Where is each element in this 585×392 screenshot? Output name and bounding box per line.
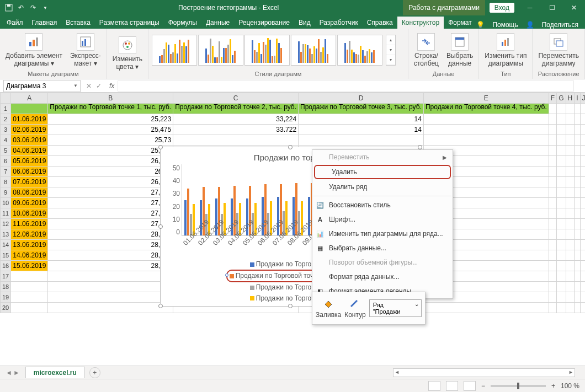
tell-me-icon[interactable]: 💡: [476, 21, 485, 29]
row-header[interactable]: 12: [1, 219, 11, 229]
context-menu-item: Поворот объемной фигуры...: [312, 255, 453, 270]
column-header[interactable]: B: [48, 93, 173, 104]
row-header[interactable]: 7: [1, 167, 11, 177]
share-icon[interactable]: 👤: [526, 21, 534, 29]
cancel-icon: ✕: [86, 82, 92, 90]
sheet-tab[interactable]: microexcel.ru: [25, 367, 85, 378]
context-menu-item[interactable]: 🔄Восстановить стиль: [312, 198, 453, 212]
row-header[interactable]: 6: [1, 156, 11, 167]
zoom-out-button[interactable]: −: [481, 382, 485, 390]
chart-style-thumb[interactable]: [244, 35, 290, 66]
select-data-button[interactable]: Выбрать данные: [444, 32, 475, 69]
chart-styles-gallery[interactable]: [152, 35, 382, 66]
help-link[interactable]: Помощь: [492, 21, 518, 29]
row-header[interactable]: 8: [1, 177, 11, 187]
row-header[interactable]: 16: [1, 261, 11, 271]
tab-файл[interactable]: Файл: [2, 17, 28, 29]
undo-icon[interactable]: ↶: [17, 3, 25, 12]
formula-bar[interactable]: [118, 80, 574, 92]
context-menu-item[interactable]: Удалить ряд: [312, 180, 453, 194]
page-layout-view-button[interactable]: [446, 381, 458, 391]
close-icon[interactable]: ✕: [563, 0, 585, 15]
chart-style-thumb[interactable]: [152, 35, 197, 66]
move-chart-button[interactable]: Переместить диаграмму: [536, 32, 581, 69]
svg-rect-4: [36, 37, 38, 46]
gallery-more-button[interactable]: ▴▾▾: [386, 35, 396, 66]
context-menu-item[interactable]: ▦Выбрать данные...: [312, 241, 453, 255]
zoom-slider[interactable]: [491, 385, 546, 387]
column-header[interactable]: E: [423, 93, 549, 104]
row-header[interactable]: 1: [1, 104, 11, 114]
signin-button[interactable]: Вход: [490, 3, 514, 13]
page-break-view-button[interactable]: [464, 381, 476, 391]
series-dropdown[interactable]: Ряд "Продажи: [369, 299, 422, 317]
tab-формат[interactable]: Формат: [444, 17, 476, 29]
fx-icon[interactable]: fx: [106, 82, 118, 90]
worksheet-grid[interactable]: ABCDEFGHIJ1Продажи по Торговой точке 1, …: [0, 93, 585, 352]
add-chart-element-button[interactable]: Добавить элемент диаграммы ▾: [3, 32, 65, 69]
redo-icon[interactable]: ↷: [29, 3, 38, 12]
change-chart-type-button[interactable]: Изменить тип диаграммы: [482, 32, 529, 69]
sheet-nav-next-icon[interactable]: ►: [13, 369, 20, 377]
tab-разработчик[interactable]: Разработчик: [315, 17, 363, 29]
context-menu-item[interactable]: Удалить: [314, 165, 451, 179]
column-header[interactable]: J: [580, 93, 585, 104]
column-header[interactable]: G: [557, 93, 566, 104]
row-header[interactable]: 14: [1, 240, 11, 250]
save-icon[interactable]: [4, 3, 13, 12]
column-header[interactable]: D: [299, 93, 424, 104]
zoom-level[interactable]: 100 %: [561, 382, 579, 390]
context-menu-item[interactable]: Формат ряда данных...: [312, 270, 453, 284]
row-header[interactable]: 5: [1, 146, 11, 156]
tab-справка[interactable]: Справка: [363, 17, 397, 29]
row-header[interactable]: 20: [1, 303, 11, 313]
tab-рецензирование[interactable]: Рецензирование: [234, 17, 294, 29]
column-header[interactable]: F: [549, 93, 556, 104]
row-header[interactable]: 4: [1, 135, 11, 146]
tab-конструктор[interactable]: Конструктор: [397, 17, 444, 29]
row-header[interactable]: 10: [1, 198, 11, 208]
qat-dropdown-icon[interactable]: ▼: [41, 3, 50, 12]
tab-главная[interactable]: Главная: [28, 17, 62, 29]
row-header[interactable]: 9: [1, 187, 11, 198]
row-header[interactable]: 15: [1, 250, 11, 261]
row-header[interactable]: 17: [1, 271, 11, 282]
context-menu-item[interactable]: 📊Изменить тип диаграммы для ряда...: [312, 227, 453, 241]
sheet-nav-prev-icon[interactable]: ◄: [6, 369, 12, 377]
quick-layout-button[interactable]: Экспресс- макет ▾: [68, 32, 103, 69]
column-header[interactable]: H: [566, 93, 575, 104]
sheet-tab-bar: ◄► microexcel.ru +: [0, 366, 585, 379]
row-header[interactable]: 13: [1, 229, 11, 240]
add-sheet-button[interactable]: +: [89, 367, 100, 378]
share-link[interactable]: Поделиться: [542, 21, 578, 29]
tab-формулы[interactable]: Формулы: [164, 17, 201, 29]
change-colors-button[interactable]: Изменить цвета ▾: [110, 35, 145, 72]
normal-view-button[interactable]: [428, 381, 440, 391]
zoom-in-button[interactable]: +: [551, 382, 555, 390]
tab-данные[interactable]: Данные: [201, 17, 234, 29]
row-header[interactable]: 19: [1, 292, 11, 303]
switch-row-column-button[interactable]: Строка/ столбец: [412, 32, 441, 69]
fill-button[interactable]: Заливка: [316, 298, 341, 319]
chart-style-thumb[interactable]: [291, 35, 336, 66]
svg-rect-18: [556, 41, 563, 46]
row-header[interactable]: 11: [1, 208, 11, 219]
row-header[interactable]: 3: [1, 125, 11, 135]
outline-button[interactable]: Контур: [344, 298, 365, 319]
minimize-icon[interactable]: ─: [519, 0, 541, 15]
row-header[interactable]: 2: [1, 114, 11, 125]
chart-style-thumb[interactable]: [337, 35, 382, 66]
tab-вид[interactable]: Вид: [294, 17, 315, 29]
column-header[interactable]: C: [173, 93, 299, 104]
tab-разметка страницы[interactable]: Разметка страницы: [95, 17, 164, 29]
maximize-icon[interactable]: ☐: [541, 0, 563, 15]
name-box[interactable]: Диаграмма 3▼: [3, 80, 81, 92]
tab-вставка[interactable]: Вставка: [61, 17, 95, 29]
row-header[interactable]: 18: [1, 282, 11, 292]
column-header[interactable]: A: [11, 93, 48, 104]
chart-tools-label: Работа с диаграммами: [403, 0, 485, 15]
chart-style-thumb[interactable]: [198, 35, 243, 66]
column-header[interactable]: I: [575, 93, 580, 104]
horizontal-scrollbar[interactable]: [393, 368, 575, 377]
context-menu-item[interactable]: AШрифт...: [312, 212, 453, 227]
